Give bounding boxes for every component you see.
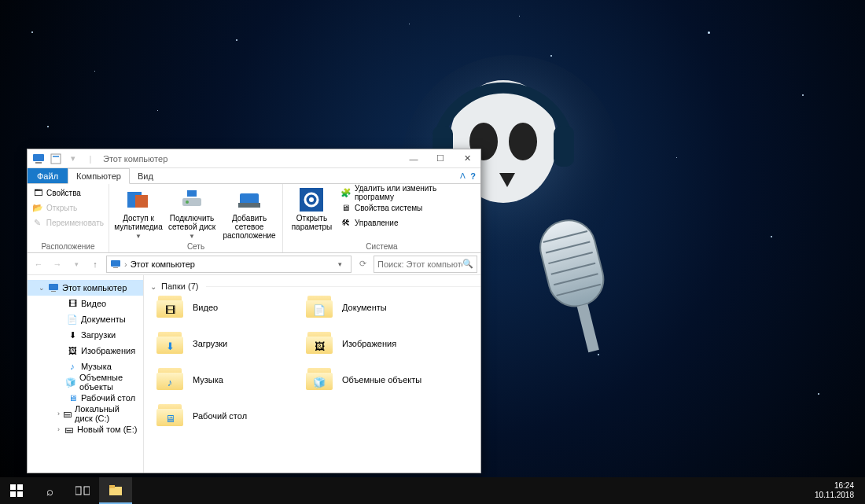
search-icon: 🔍 [462,259,473,269]
download-icon: ⬇ [67,329,78,340]
svg-rect-39 [109,485,115,488]
tree-this-pc[interactable]: ⌄ Этот компьютер [28,280,143,296]
tree-drive-c[interactable]: ›🖴Локальный диск (C:) [46,406,143,421]
system-props-icon: 🖥 [340,202,352,213]
folder-downloads[interactable]: ⬇ Загрузки [156,332,306,355]
ribbon-group-location: Расположение [32,241,104,252]
tree-drive-e[interactable]: ›🖴Новый том (E:) [46,421,143,437]
picture-icon: 🖼 [67,345,78,356]
tab-computer[interactable]: Компьютер [68,168,130,184]
document-icon: 📄 [313,304,326,316]
search-icon: ⌕ [46,484,53,498]
content-pane[interactable]: ⌄ Папки (7) 🎞 Видео 📄 Документы ⬇ [144,275,480,473]
open-icon: 📂 [32,202,43,213]
tree-videos[interactable]: 🎞Видео [46,296,143,311]
svg-rect-37 [84,487,90,495]
ribbon-rename[interactable]: ✎ Переименовать [32,215,104,230]
close-button[interactable]: ✕ [454,149,480,168]
nav-forward-button[interactable]: → [50,256,65,272]
ribbon-open[interactable]: 📂 Открыть [32,200,104,215]
titlebar[interactable]: ▾ | Этот компьютер — ☐ ✕ [28,149,480,168]
help-icon[interactable]: ? [470,171,476,181]
qat-properties-icon[interactable] [48,151,64,167]
system-tray[interactable]: 16:24 10.11.2018 [810,481,865,500]
svg-rect-19 [135,195,148,208]
folder-music[interactable]: ♪ Музыка [156,368,306,392]
breadcrumb-this-pc[interactable]: Этот компьютер [131,259,195,269]
folder-documents[interactable]: 📄 Документы [306,296,455,319]
nav-back-button[interactable]: ← [31,256,46,272]
ribbon-tabs: Файл Компьютер Вид ᐱ ? [28,168,480,184]
qat-dropdown-icon[interactable]: ▾ [65,151,81,167]
group-header-folders[interactable]: ⌄ Папки (7) [150,280,480,296]
3d-icon: 🧊 [313,376,326,388]
titlebar-separator: | [83,151,98,167]
qat-this-pc-icon[interactable] [31,151,46,167]
svg-rect-35 [17,491,23,497]
map-drive-icon [179,187,204,212]
folder-pictures[interactable]: 🖼 Изображения [306,332,455,355]
tree-downloads[interactable]: ⬇Загрузки [46,327,143,343]
svg-rect-15 [35,162,42,164]
nav-tree[interactable]: ⌄ Этот компьютер 🎞Видео 📄Документы ⬇Загр… [28,275,144,473]
start-button[interactable] [0,477,33,504]
ribbon-properties[interactable]: 🗔 Свойства [32,186,104,200]
svg-rect-20 [182,198,201,206]
maximize-button[interactable]: ☐ [427,149,454,168]
address-bar[interactable]: › Этот компьютер ▾ [106,256,352,273]
ribbon-map-drive[interactable]: Подключить сетевой диск ▼ [167,186,216,241]
svg-rect-16 [51,154,61,164]
svg-rect-13 [577,304,599,353]
task-view-button[interactable] [66,477,99,504]
music-icon: ♪ [67,361,78,372]
ribbon-system-properties[interactable]: 🖥 Свойства системы [340,200,476,215]
minimize-button[interactable]: — [400,149,427,168]
ribbon-group-system: Система [288,241,476,252]
svg-rect-36 [75,487,81,495]
tab-view[interactable]: Вид [130,168,161,183]
properties-icon: 🗔 [32,187,43,198]
tab-file[interactable]: Файл [28,168,68,183]
taskbar: ⌕ 16:24 10.11.2018 [0,477,865,504]
nav-up-button[interactable]: ↑ [87,256,103,272]
tree-3dobjects[interactable]: 🧊Объемные объекты [46,374,143,390]
taskbar-clock[interactable]: 16:24 10.11.2018 [810,481,859,500]
tree-desktop[interactable]: 🖥Рабочий стол [46,390,143,406]
svg-rect-14 [33,154,44,161]
address-dropdown-icon[interactable]: ▾ [332,256,348,272]
ribbon-add-net-location[interactable]: Добавить сетевое расположение [221,186,278,241]
svg-point-27 [309,197,314,202]
search-box[interactable]: 🔍 [374,256,477,273]
ribbon-open-settings[interactable]: Открыть параметры [288,186,336,241]
music-icon: ♪ [164,376,176,388]
svg-rect-33 [17,484,23,490]
search-input[interactable] [377,259,462,269]
video-icon: 🎞 [164,304,176,316]
windows-icon [10,484,23,497]
nav-recent-dropdown[interactable]: ▾ [68,256,84,272]
ribbon-manage[interactable]: 🛠 Управление [340,215,476,230]
tree-music[interactable]: ♪Музыка [46,359,143,374]
taskbar-search[interactable]: ⌕ [33,477,66,504]
svg-rect-29 [113,267,118,268]
folder-3dobjects[interactable]: 🧊 Объемные объекты [306,368,455,392]
folder-videos[interactable]: 🎞 Видео [156,296,306,319]
picture-icon: 🖼 [313,340,326,352]
ribbon-media-access[interactable]: Доступ к мультимедиа ▼ [114,186,163,241]
svg-rect-28 [111,260,120,267]
3d-icon: 🧊 [65,377,76,388]
ribbon-collapse-icon[interactable]: ᐱ [460,171,466,180]
refresh-button[interactable]: ⟳ [355,256,370,272]
taskbar-file-explorer[interactable] [99,477,132,504]
svg-rect-24 [238,203,260,208]
tree-documents[interactable]: 📄Документы [46,311,143,327]
desktop-icon: 🖥 [164,412,176,425]
svg-rect-22 [187,190,197,197]
ribbon-uninstall-program[interactable]: 🧩 Удалить или изменить программу [340,186,476,200]
svg-rect-31 [51,291,56,292]
window-title: Этот компьютер [98,154,400,164]
task-view-icon [75,485,90,496]
folder-desktop[interactable]: 🖥 Рабочий стол [156,404,306,428]
tree-pictures[interactable]: 🖼Изображения [46,343,143,359]
folder-icon [109,484,123,496]
